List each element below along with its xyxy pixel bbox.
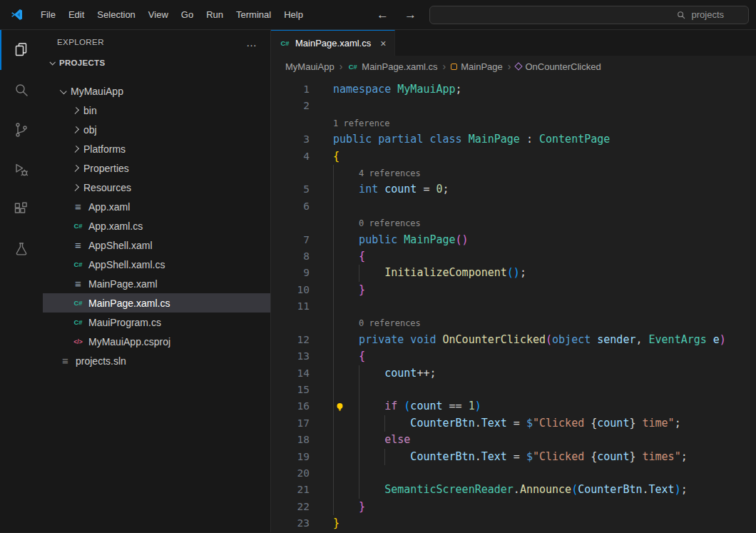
activity-extensions[interactable] [0, 190, 43, 230]
tree-item-label: projects.sln [76, 355, 126, 367]
menu-help[interactable]: Help [277, 6, 310, 23]
cs-file-icon: C# [73, 318, 83, 326]
activity-run-and-debug[interactable] [0, 150, 43, 190]
breadcrumb-separator: › [443, 61, 446, 72]
nav-back-button[interactable]: ← [377, 8, 389, 22]
tree-item-mainpage-xaml-cs[interactable]: C#MainPage.xaml.cs [43, 293, 270, 313]
codelens-references[interactable]: 0 references [359, 218, 421, 228]
activity-explorer[interactable] [0, 30, 43, 70]
codelens-row[interactable]: 0 references [271, 315, 756, 331]
tree-item-appshell-xaml[interactable]: ≡AppShell.xaml [43, 235, 270, 255]
activity-source-control[interactable] [0, 110, 43, 150]
codelens-references[interactable]: 0 references [359, 318, 421, 328]
breadcrumb-item-oncounterclicked[interactable]: OnCounterClicked [516, 61, 601, 72]
code-editor[interactable]: 1namespace MyMauiApp;21 reference3public… [271, 77, 756, 532]
tree-item-appshell-xaml-cs[interactable]: C#AppShell.xaml.cs [43, 255, 270, 274]
tree-item-mymauiapp[interactable]: MyMauiApp [43, 81, 270, 101]
command-center-search[interactable]: projects [429, 6, 749, 24]
section-projects[interactable]: PROJECTS [43, 54, 270, 71]
tree-item-app-xaml[interactable]: ≡App.xaml [43, 197, 270, 216]
code-line-19[interactable]: 19CounterBtn.Text = $"Clicked {count} ti… [271, 449, 756, 465]
codelens-row[interactable]: 4 references [271, 165, 756, 181]
line-number: 20 [271, 465, 310, 482]
line-number: 9 [271, 265, 310, 281]
menu-file[interactable]: File [34, 6, 62, 23]
activity-testing[interactable] [0, 230, 43, 270]
tree-item-label: AppShell.xaml [88, 240, 153, 251]
tree-item-mainpage-xaml[interactable]: ≡MainPage.xaml [43, 274, 270, 293]
breadcrumb-item-mainpage-xaml-cs[interactable]: C#MainPage.xaml.cs [347, 61, 437, 72]
breadcrumb-item-mymauiapp[interactable]: MyMauiApp [285, 61, 334, 72]
section-projects-label: PROJECTS [59, 59, 105, 67]
tree-item-resources[interactable]: Resources [43, 178, 270, 197]
code-line-5[interactable]: 5int count = 0; [271, 181, 756, 198]
tree-item-label: bin [83, 105, 97, 116]
close-tab-icon[interactable]: × [380, 38, 386, 49]
activity-search[interactable] [0, 70, 43, 110]
code-line-9[interactable]: 9InitializeComponent(); [271, 265, 756, 281]
menu-run[interactable]: Run [200, 6, 230, 23]
menu-edit[interactable]: Edit [62, 6, 91, 23]
tree-item-label: MainPage.xaml.cs [88, 298, 170, 309]
tree-item-label: Properties [83, 163, 129, 174]
breadcrumb-separator: › [508, 61, 511, 72]
extensions-icon [13, 201, 30, 218]
csharp-file-icon: C# [347, 63, 358, 71]
code-line-7[interactable]: 7public MainPage() [271, 232, 756, 248]
tree-item-label: obj [83, 124, 97, 136]
code-line-20[interactable]: 20 [271, 465, 756, 482]
tree-item-app-xaml-cs[interactable]: C#App.xaml.cs [43, 216, 270, 235]
tree-item-mymauiapp-csproj[interactable]: </>MyMauiApp.csproj [43, 332, 270, 351]
more-actions-icon[interactable]: … [246, 36, 257, 49]
code-line-22[interactable]: 22} [271, 499, 756, 515]
menu-view[interactable]: View [142, 6, 175, 23]
codelens-references[interactable]: 1 reference [333, 118, 389, 128]
code-line-23[interactable]: 23} [271, 515, 756, 532]
code-line-2[interactable]: 2 [271, 98, 756, 114]
line-number: 14 [271, 365, 310, 382]
tree-item-bin[interactable]: bin [43, 101, 270, 120]
breadcrumb-item-mainpage[interactable]: MainPage [451, 61, 503, 72]
code-line-3[interactable]: 3public partial class MainPage : Content… [271, 131, 756, 148]
search-icon [13, 81, 30, 98]
indent-guide [333, 198, 334, 215]
activity-bar [0, 30, 43, 532]
code-line-12[interactable]: 12private void OnCounterClicked(object s… [271, 332, 756, 348]
code-line-10[interactable]: 10} [271, 282, 756, 298]
codelens-row[interactable]: 0 references [271, 215, 756, 231]
tree-item-projects-sln[interactable]: ≡projects.sln [43, 351, 270, 370]
code-line-15[interactable]: 15 [271, 382, 756, 398]
code-line-4[interactable]: 4{ [271, 148, 756, 165]
codelens-row[interactable]: 1 reference [271, 115, 756, 131]
breadcrumb-label: MainPage [461, 61, 503, 72]
tree-item-properties[interactable]: Properties [43, 158, 270, 178]
title-bar: FileEditSelectionViewGoRunTerminalHelp ←… [0, 0, 756, 30]
code-line-11[interactable]: 11 [271, 298, 756, 315]
menu-terminal[interactable]: Terminal [230, 6, 277, 23]
csproj-file-icon: </> [73, 338, 83, 345]
tree-item-mauiprogram-cs[interactable]: C#MauiProgram.cs [43, 313, 270, 332]
code-line-13[interactable]: 13{ [271, 348, 756, 365]
code-line-18[interactable]: 18else [271, 432, 756, 448]
code-line-17[interactable]: 17CounterBtn.Text = $"Clicked {count} ti… [271, 415, 756, 432]
history-nav: ← → [377, 8, 417, 22]
line-number: 8 [271, 248, 310, 265]
code-line-14[interactable]: 14count++; [271, 365, 756, 382]
code-line-1[interactable]: 1namespace MyMauiApp; [271, 81, 756, 98]
symbol-method-icon [515, 62, 523, 70]
menu-selection[interactable]: Selection [91, 6, 141, 23]
codelens-references[interactable]: 4 references [359, 168, 421, 178]
breadcrumb-label: OnCounterClicked [525, 61, 601, 72]
code-line-8[interactable]: 8{ [271, 248, 756, 265]
code-line-21[interactable]: 21SemanticScreenReader.Announce(CounterB… [271, 482, 756, 498]
tab-mainpage-xaml-cs[interactable]: C# MainPage.xaml.cs × [271, 30, 395, 56]
tree-item-obj[interactable]: obj [43, 120, 270, 139]
tree-item-label: App.xaml [88, 201, 130, 213]
nav-forward-button[interactable]: → [404, 8, 417, 22]
menu-go[interactable]: Go [175, 6, 200, 23]
code-line-16[interactable]: 16if (count == 1) [271, 398, 756, 415]
tree-item-platforms[interactable]: Platforms [43, 139, 270, 158]
sln-file-icon: ≡ [60, 355, 71, 367]
indent-guide [359, 382, 359, 398]
code-line-6[interactable]: 6 [271, 198, 756, 215]
